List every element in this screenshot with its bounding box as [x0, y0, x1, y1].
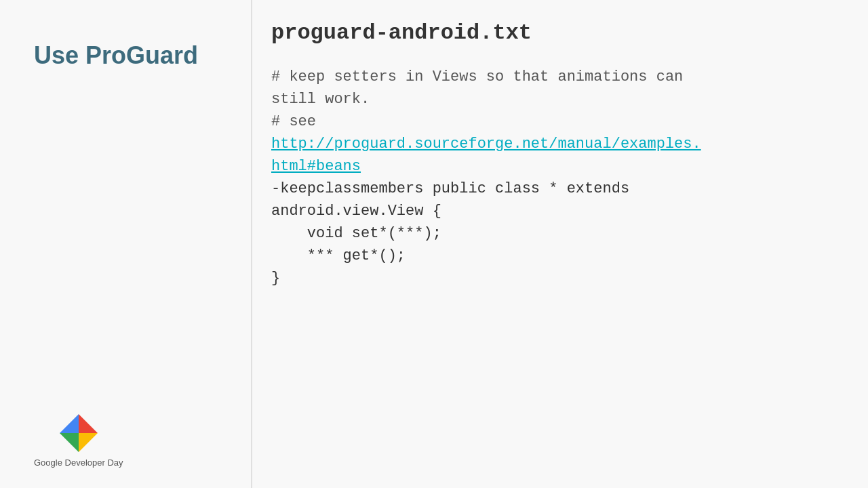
svg-marker-1	[60, 414, 79, 433]
code-line-3: # see	[271, 110, 834, 133]
left-panel: Use ProGuard Google Developer Day	[0, 0, 251, 488]
code-line-8: *** get*();	[271, 245, 834, 267]
svg-marker-4	[60, 433, 79, 452]
code-close-brace: }	[271, 270, 280, 287]
code-block: # keep setters in Views so that animatio…	[271, 66, 834, 289]
code-line-2: still work.	[271, 88, 834, 110]
code-line-7: void set*(***);	[271, 222, 834, 245]
branding: Google Developer Day	[34, 413, 123, 468]
right-panel: proguard-android.txt # keep setters in V…	[251, 0, 868, 488]
proguard-link[interactable]: http://proguard.sourceforge.net/manual/e…	[271, 136, 701, 175]
code-void-set: void set*(***);	[271, 225, 441, 242]
comment-line-2: still work.	[271, 91, 370, 108]
code-line-link: http://proguard.sourceforge.net/manual/e…	[271, 133, 834, 178]
comment-line-1: # keep setters in Views so that animatio…	[271, 68, 683, 85]
slide-title: Use ProGuard	[34, 41, 231, 70]
divider-line	[251, 0, 252, 488]
code-android-view: android.view.View {	[271, 203, 441, 220]
svg-marker-3	[79, 433, 98, 452]
code-line-1: # keep setters in Views so that animatio…	[271, 66, 834, 88]
code-line-5: -keepclassmembers public class * extends	[271, 178, 834, 200]
file-title: proguard-android.txt	[271, 20, 834, 45]
comment-line-3: # see	[271, 113, 316, 130]
slide-container: Use ProGuard Google Developer Day progua…	[0, 0, 868, 488]
svg-marker-2	[79, 414, 98, 433]
code-keepclassmembers: -keepclassmembers public class * extends	[271, 180, 629, 197]
code-line-9: }	[271, 267, 834, 289]
google-developer-day-logo	[58, 413, 99, 453]
code-line-6: android.view.View {	[271, 200, 834, 222]
code-get: *** get*();	[271, 247, 406, 264]
branding-label: Google Developer Day	[34, 458, 123, 468]
